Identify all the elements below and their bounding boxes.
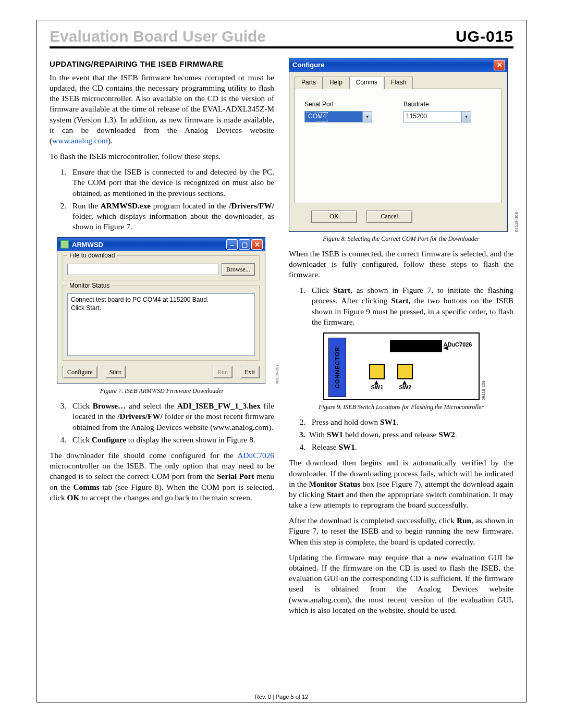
downloader-tail: microcontroller on the ISEB. The only op… (50, 461, 274, 502)
iseb-board-diagram: CONNECTOR ADuC7026 SW1 SW2 (323, 332, 480, 400)
tab-parts[interactable]: Parts (295, 77, 323, 89)
tab-help[interactable]: Help (323, 77, 349, 89)
doc-code: UG-015 (456, 28, 513, 45)
steps-list-b: Click Browse… and select the ADI_ISEB_FW… (50, 401, 274, 445)
steps-list-d: Press and hold down SW1. 3. With SW1 hel… (289, 417, 513, 453)
download-then-paragraph: The download then begins and is automati… (289, 458, 513, 510)
after-run-paragraph: After the download is completed successf… (289, 515, 513, 547)
close-icon[interactable]: ✕ (494, 60, 505, 70)
configure-title: Configure (292, 60, 324, 69)
monitor-status-box: Connect test board to PC COM4 at 115200 … (67, 293, 255, 356)
configure-button[interactable]: Configure (63, 366, 97, 378)
updating-gui-paragraph: Updating the firmware may require that a… (289, 552, 513, 615)
aduc7026-chip (390, 340, 442, 352)
content-frame: Evaluation Board User Guide UG-015 UPDAT… (36, 20, 527, 702)
intro-tail: ). (108, 136, 113, 145)
baudrate-value: 115200 (406, 113, 427, 121)
step-a1: Ensure that the ISEB is connected to and… (68, 167, 274, 199)
armwsd-window: ARMWSD – ▢ ✕ File to download (57, 237, 265, 384)
intro-paragraph: In the event that the ISEB firmware beco… (50, 72, 274, 146)
run-button[interactable]: Run (213, 366, 232, 378)
two-column-body: UPDATING/REPAIRING THE ISEB FIRMWARE In … (50, 58, 513, 621)
tab-strip: Parts Help Comms Flash (295, 76, 502, 89)
exit-button[interactable]: Exit (240, 366, 260, 378)
file-path-input[interactable] (67, 264, 218, 275)
analog-link[interactable]: www.analog.com (52, 136, 108, 145)
chevron-down-icon[interactable] (362, 112, 372, 122)
connector-label: CONNECTOR (333, 347, 341, 388)
serial-port-value: COM4 (307, 113, 327, 121)
armwsd-title: ARMWSD (72, 240, 103, 249)
connected-paragraph: When the ISEB is connected, the correct … (289, 249, 513, 280)
doc-title-light: Evaluation Board (50, 28, 182, 45)
doc-title-strong: User Guide (182, 28, 266, 45)
file-to-download-group: File to download Browse... (63, 255, 260, 280)
close-icon[interactable]: ✕ (251, 239, 263, 250)
baudrate-combo[interactable]: 115200 (403, 111, 471, 122)
downloader-lead: The downloader file should come configur… (50, 451, 237, 460)
file-group-label: File to download (67, 252, 117, 260)
connector-block: CONNECTOR (328, 338, 346, 397)
figure-8-caption: Figure 8. Selecting the Correct COM Port… (289, 235, 513, 243)
tab-comms[interactable]: Comms (349, 77, 384, 89)
sw1-label: SW1 (371, 384, 384, 391)
browse-button[interactable]: Browse... (222, 263, 255, 276)
start-button[interactable]: Start (105, 366, 126, 378)
doc-title: Evaluation Board User Guide (50, 28, 266, 45)
figure-8-id: 08119-108 (514, 212, 520, 232)
app-icon (60, 240, 69, 249)
step-d2: Press and hold down SW1. (308, 417, 513, 427)
configure-titlebar: Configure ✕ (289, 58, 507, 72)
figure-7-caption: Figure 7. ISEB ARMWSD Firmware Downloade… (50, 387, 274, 396)
section-heading: UPDATING/REPAIRING THE ISEB FIRMWARE (50, 59, 274, 69)
serial-port-label: Serial Port (304, 101, 372, 109)
cancel-button[interactable]: Cancel (366, 211, 412, 223)
doc-header: Evaluation Board User Guide UG-015 (50, 28, 513, 48)
downloader-paragraph: The downloader file should come configur… (50, 450, 274, 503)
step-d4: Release SW1. (308, 442, 513, 452)
baudrate-label: Baudrate (403, 101, 471, 109)
figure-7-id: 08119-107 (275, 364, 280, 384)
step-c1: Click Start, as shown in Figure 7, to in… (308, 285, 513, 327)
step-a2: Run the ARMWSD.exe program located in th… (68, 201, 274, 232)
configure-window: Configure ✕ Parts Help Comms Flash (289, 58, 508, 232)
right-column: Configure ✕ Parts Help Comms Flash (289, 58, 513, 621)
flash-lead: To flash the ISEB microcontroller, follo… (50, 151, 274, 162)
intro-text: In the event that the ISEB firmware beco… (50, 73, 274, 145)
figure-9-id: 08119-109 (481, 380, 487, 400)
page: Evaluation Board User Guide UG-015 UPDAT… (0, 0, 563, 728)
left-column: UPDATING/REPAIRING THE ISEB FIRMWARE In … (50, 58, 274, 621)
figure-9: CONNECTOR ADuC7026 SW1 SW2 08119-109 (323, 332, 480, 400)
sw2-label: SW2 (399, 384, 412, 391)
ok-button[interactable]: OK (311, 211, 357, 223)
step-b4: Click Configure to display the screen sh… (68, 435, 274, 445)
steps-list-c: Click Start, as shown in Figure 7, to in… (289, 285, 513, 327)
serial-port-combo[interactable]: COM4 (304, 111, 372, 122)
comms-tab-panel: Serial Port COM4 Baudrate 1152 (295, 89, 502, 203)
monitor-group-label: Monitor Status (67, 282, 112, 290)
armwsd-titlebar: ARMWSD – ▢ ✕ (57, 238, 265, 251)
steps-list-a: Ensure that the ISEB is connected to and… (50, 167, 274, 232)
chip-label: ADuC7026 (443, 341, 472, 349)
monitor-status-group: Monitor Status Connect test board to PC … (63, 286, 260, 361)
step-b3: Click Browse… and select the ADI_ISEB_FW… (68, 401, 274, 433)
page-footer: Rev. 0 | Page 5 of 12 (37, 694, 526, 700)
aduc7026-link[interactable]: ADuC7026 (237, 451, 274, 460)
figure-8: Configure ✕ Parts Help Comms Flash (289, 58, 513, 232)
maximize-icon[interactable]: ▢ (239, 239, 250, 250)
tab-flash[interactable]: Flash (384, 77, 413, 89)
chevron-down-icon[interactable] (461, 112, 471, 122)
step-d3: 3. With SW1 held down, press and release… (295, 429, 513, 440)
figure-9-caption: Figure 9. ISEB Switch Locations for Flas… (289, 403, 513, 412)
minimize-icon[interactable]: – (226, 239, 238, 250)
sw2-button (397, 364, 413, 379)
figure-7: ARMWSD – ▢ ✕ File to download (57, 237, 274, 384)
sw1-button (369, 364, 385, 379)
